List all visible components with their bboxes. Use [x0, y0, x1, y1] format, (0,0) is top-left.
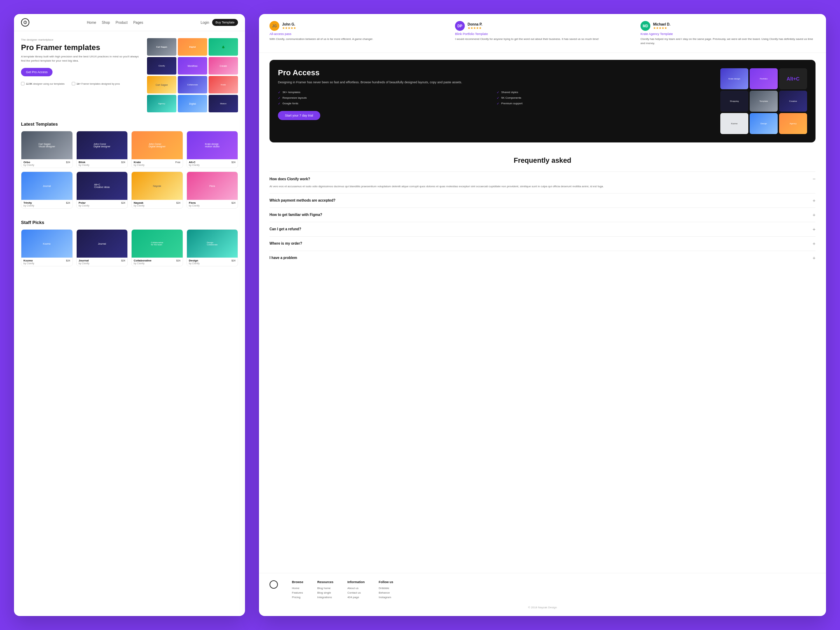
check-icon-0: ✓ [278, 91, 281, 94]
template-name-flora: Flora [189, 201, 196, 204]
staff-author-collaborative: by Clonify [134, 262, 181, 265]
footer-behance-link[interactable]: Behance [379, 591, 393, 594]
pro-feature-4: ✓ Google fonts [278, 102, 494, 105]
faq-item-3: Can I get a refund? + [270, 222, 815, 236]
footer-404-link[interactable]: 404 page [347, 596, 365, 599]
pro-cta-button[interactable]: Start your 7 day trial [278, 111, 320, 120]
hero-title: Pro Framer templates [21, 43, 141, 52]
faq-question-3[interactable]: Can I get a refund? + [270, 226, 815, 232]
footer-features-link[interactable]: Features [292, 591, 303, 594]
template-card-orbo[interactable]: Carl SaganVisual designer Orbo $24 by Cl… [21, 131, 73, 168]
hero-thumb-6: Create [208, 57, 238, 74]
staff-pick-collaborative[interactable]: Collaborativefor the team Collaborative … [131, 229, 183, 266]
template-info-polar: Polar $24 by Clonify [77, 200, 128, 208]
footer-pricing-link[interactable]: Pricing [292, 596, 303, 599]
hero-thumb-1: Carl Sagan [147, 38, 177, 56]
review-header-john: JG John G. ★★★★★ [270, 21, 445, 31]
footer-resources-title: Resources [317, 580, 333, 584]
pro-feature-1: ✓ Shared styles [497, 91, 713, 94]
footer-home-link[interactable]: Home [292, 587, 303, 590]
template-card-flora[interactable]: Flora Flora $24 by Clonify [186, 172, 238, 208]
footer-follow-title: Follow us [379, 580, 393, 584]
review-header-michael: MD Michael D. ★★★★★ [641, 21, 815, 31]
template-info-trinity: Trinity $24 by Clonify [21, 200, 73, 208]
template-thumb-trinity: Journal [21, 172, 73, 200]
template-card-nayzak[interactable]: Nayzak Nayzak $24 by Clonify [131, 172, 183, 208]
staff-picks-title: Staff Picks [21, 220, 238, 225]
hero-text: The designer marketplace Pro Framer temp… [21, 38, 141, 85]
template-card-trinity[interactable]: Journal Trinity $24 by Clonify [21, 172, 73, 208]
hero-image-grid: Carl Sagan Digital 🌲 Clonify Workflow Cr… [147, 38, 238, 112]
footer-copyright: © 2018 Nayzak Design [270, 606, 815, 609]
template-card-blink[interactable]: John ConorDigital designer Blink $24 by … [76, 131, 128, 168]
footer-instagram-link[interactable]: Instagram [379, 596, 393, 599]
review-header-donna: DP Donna P. ★★★★★ [455, 21, 630, 31]
staff-meta-kozmo: Kozmo $24 [24, 259, 70, 262]
faq-question-1[interactable]: Which payment methods are accepted? + [270, 198, 815, 203]
reviews-section: JG John G. ★★★★★ All-access pass With Cl… [259, 14, 826, 53]
faq-question-5[interactable]: I have a problem + [270, 255, 815, 261]
staff-info-kozmo: Kozmo $24 by Clonify [21, 257, 73, 266]
check-icon-1: ✓ [497, 91, 499, 94]
avatar-john: JG [270, 21, 279, 31]
pro-access-content: Pro Access Designing in Framer has never… [278, 68, 713, 120]
faq-q-text-3: Can I get a refund? [270, 227, 302, 231]
latest-templates-grid: Carl SaganVisual designer Orbo $24 by Cl… [21, 131, 238, 208]
nav-product[interactable]: Product [115, 21, 127, 25]
hero-cta-button[interactable]: Get Pro Access [21, 68, 52, 76]
template-card-polar[interactable]: Alt+CCreative ideas Polar $24 by Clonify [76, 172, 128, 208]
staff-info-collaborative: Collaborative $24 by Clonify [132, 257, 183, 266]
footer-content: Browse Home Features Pricing Resources B… [270, 580, 815, 600]
pro-img-7: Kozmo [720, 113, 748, 134]
review-template-donna: Blink Portfolio Template [455, 32, 630, 36]
hero-stat-designers: 12.5K designer using our templates [21, 82, 65, 85]
login-button[interactable]: Login [201, 21, 209, 25]
template-author-blink: by Clonify [79, 164, 126, 166]
template-info-nayzak: Nayzak $24 by Clonify [132, 200, 183, 208]
check-icon-5: ✓ [497, 102, 499, 105]
footer-about-link[interactable]: About us [347, 587, 365, 590]
buy-template-button[interactable]: Buy Template [212, 19, 238, 26]
hero-thumb-12: Motion [208, 95, 238, 112]
pro-image-grid: Krate design Portfolio Alt+C Shopping Te… [720, 68, 807, 134]
pro-feature-2: ✓ Responsive layouts [278, 96, 494, 100]
staff-pick-journal[interactable]: Journal Journal $24 by Clonify [76, 229, 128, 266]
nav-home[interactable]: Home [87, 21, 96, 25]
template-name-altc: Alt-C [189, 161, 196, 164]
review-name-john: John G. ★★★★★ [282, 22, 296, 30]
check-icon-4: ✓ [278, 102, 281, 105]
footer-blog-single-link[interactable]: Blog single [317, 591, 333, 594]
nav-actions: Login Buy Template [201, 19, 238, 26]
footer-blog-home-link[interactable]: Blog home [317, 587, 333, 590]
staff-meta-design: Design $24 [189, 259, 236, 262]
nav-shop[interactable]: Shop [102, 21, 110, 25]
faq-question-4[interactable]: Where is my order? + [270, 241, 815, 246]
nav-pages[interactable]: Pages [133, 21, 143, 25]
faq-item-2: How to get familiar with Figma? + [270, 208, 815, 222]
footer-contact-link[interactable]: Contact us [347, 591, 365, 594]
faq-question-0[interactable]: How does Clonify work? − [270, 176, 815, 182]
faq-question-2[interactable]: How to get familiar with Figma? + [270, 212, 815, 218]
footer-dribbble-link[interactable]: Dribbble [379, 587, 393, 590]
staff-pick-design[interactable]: DesignCollaborate Design $24 by Clonify [186, 229, 238, 266]
template-thumb-flora: Flora [187, 172, 238, 200]
staff-price-design: $24 [231, 259, 235, 262]
hero-thumb-7: Carl Sagan [147, 76, 177, 93]
staff-pick-kozmo[interactable]: Kozmo Kozmo $24 by Clonify [21, 229, 73, 266]
staff-name-kozmo: Kozmo [24, 259, 33, 262]
template-info-krate: Krate Free by Clonify [132, 159, 183, 167]
pro-img-9: Agency [779, 113, 807, 134]
template-card-altc[interactable]: Krate designmotion studio Alt-C $24 by C… [186, 131, 238, 168]
nav-links: Home Shop Product Pages [36, 21, 194, 25]
template-price-polar: $24 [121, 202, 125, 204]
logo[interactable] [21, 18, 29, 27]
template-price-flora: $24 [231, 202, 235, 204]
review-template-michael: Krate Agency Template [641, 32, 815, 36]
footer: Browse Home Features Pricing Resources B… [259, 573, 826, 616]
pro-img-2: Portfolio [750, 68, 778, 89]
footer-resources: Resources Blog home Blog single Integrat… [317, 580, 333, 600]
template-name-polar: Polar [79, 201, 86, 204]
footer-integrations-link[interactable]: Integrations [317, 596, 333, 599]
faq-item-0: How does Clonify work? − At vero eos et … [270, 172, 815, 193]
template-card-krate[interactable]: John ConorDigital designer Krate Free by… [131, 131, 183, 168]
